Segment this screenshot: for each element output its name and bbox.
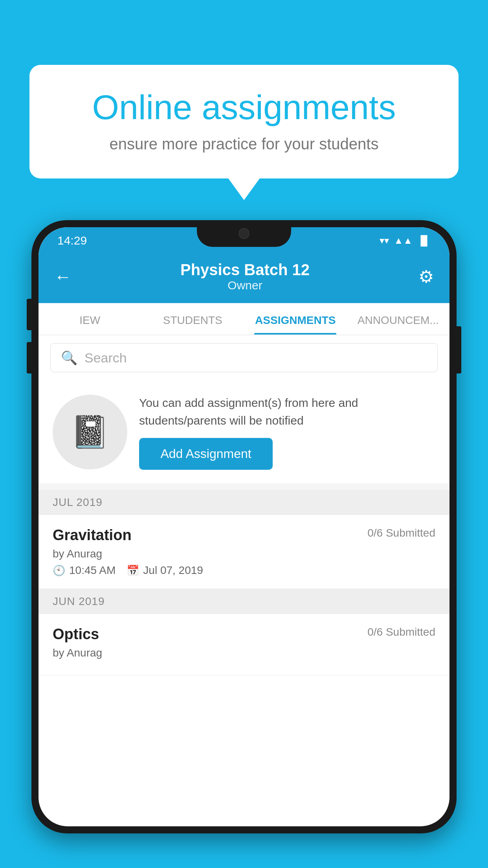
tab-iew[interactable]: IEW: [39, 303, 141, 335]
wifi-icon: ▾▾: [380, 235, 389, 246]
assignment-item-optics[interactable]: Optics 0/6 Submitted by Anurag: [39, 614, 449, 675]
front-camera: [238, 228, 250, 239]
settings-button[interactable]: ⚙: [418, 267, 434, 287]
tab-announcements[interactable]: ANNOUNCEM...: [347, 303, 450, 335]
assignment-time: 🕙 10:45 AM: [53, 564, 116, 577]
app-header: ← Physics Batch 12 Owner ⚙: [39, 254, 449, 303]
clock-icon: 🕙: [53, 565, 65, 577]
assignment-item-gravitation[interactable]: Gravitation 0/6 Submitted by Anurag 🕙 10…: [39, 515, 449, 589]
section-jul-2019: JUL 2019: [39, 490, 449, 515]
promo-description: You can add assignment(s) from here and …: [139, 394, 435, 429]
search-icon: 🔍: [61, 350, 77, 366]
assignment-dates: 🕙 10:45 AM 📅 Jul 07, 2019: [53, 564, 435, 577]
assignment-submitted: 0/6 Submitted: [367, 527, 435, 539]
calendar-icon: 📅: [127, 565, 139, 577]
section-jun-2019: JUN 2019: [39, 589, 449, 614]
assignment-date: 📅 Jul 07, 2019: [127, 564, 203, 577]
promo-subtitle: ensure more practice for your students: [57, 135, 431, 153]
batch-subtitle: Owner: [227, 279, 262, 292]
assignment-top: Gravitation 0/6 Submitted: [53, 527, 435, 544]
notebook-icon: 📓: [70, 414, 110, 451]
power-button: [457, 326, 461, 373]
search-input[interactable]: Search: [84, 350, 127, 366]
tabs-bar: IEW STUDENTS ASSIGNMENTS ANNOUNCEM...: [39, 303, 449, 335]
promo-right: You can add assignment(s) from here and …: [139, 394, 435, 470]
content-area: 🔍 Search 📓 You can add assignment(s) fro…: [39, 335, 449, 675]
promo-speech-bubble: Online assignments ensure more practice …: [29, 65, 459, 178]
phone-notch: [197, 220, 291, 247]
assignment-name: Gravitation: [53, 527, 132, 544]
battery-icon: ▐▌: [417, 235, 431, 246]
status-icons: ▾▾ ▲▲ ▐▌: [380, 235, 431, 246]
phone-device: 14:29 ▾▾ ▲▲ ▐▌ ← Physics Batch 12 Owner …: [31, 220, 457, 868]
promo-title: Online assignments: [57, 88, 431, 127]
add-assignment-promo: 📓 You can add assignment(s) from here an…: [39, 380, 449, 484]
batch-title: Physics Batch 12: [180, 261, 310, 279]
assignment-top-optics: Optics 0/6 Submitted: [53, 626, 435, 643]
signal-icon: ▲▲: [394, 235, 413, 246]
search-bar-container: 🔍 Search: [39, 335, 449, 380]
header-title-block: Physics Batch 12 Owner: [180, 261, 310, 292]
search-input-wrap[interactable]: 🔍 Search: [50, 343, 438, 372]
phone-screen: 14:29 ▾▾ ▲▲ ▐▌ ← Physics Batch 12 Owner …: [39, 227, 449, 826]
back-button[interactable]: ←: [54, 267, 72, 287]
assignment-submitted-optics: 0/6 Submitted: [367, 626, 435, 638]
volume-up-button: [27, 299, 31, 330]
volume-down-button: [27, 342, 31, 373]
tab-students[interactable]: STUDENTS: [141, 303, 244, 335]
status-time: 14:29: [57, 234, 87, 247]
add-assignment-button[interactable]: Add Assignment: [139, 438, 273, 470]
tab-assignments[interactable]: ASSIGNMENTS: [244, 303, 347, 335]
assignment-by-optics: by Anurag: [53, 647, 435, 659]
assignment-by: by Anurag: [53, 548, 435, 560]
assignment-name-optics: Optics: [53, 626, 99, 643]
assignment-icon-circle: 📓: [53, 395, 127, 469]
